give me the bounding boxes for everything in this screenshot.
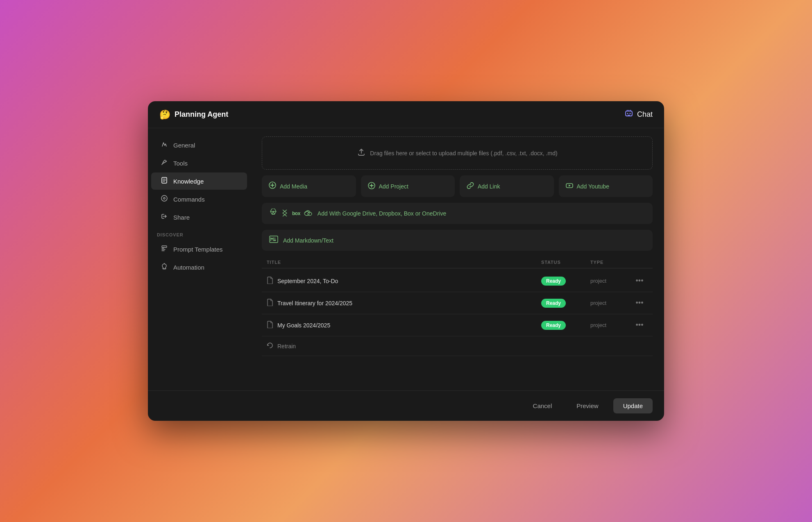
preview-button[interactable]: Preview — [567, 398, 608, 413]
sidebar-item-knowledge[interactable]: Knowledge — [151, 172, 247, 190]
retrain-row[interactable]: Retrain — [262, 336, 653, 356]
add-link-label: Add Link — [478, 183, 500, 190]
add-media-button[interactable]: Add Media — [262, 175, 356, 197]
svg-point-4 — [161, 195, 167, 201]
sidebar-item-commands[interactable]: Commands — [151, 191, 247, 208]
col-actions — [631, 260, 648, 265]
add-project-button[interactable]: Add Project — [361, 175, 455, 197]
col-status: STATUS — [541, 260, 590, 265]
google-drive-icon — [269, 209, 277, 218]
header-right[interactable]: Chat — [624, 109, 653, 120]
row-1-status: Ready — [541, 277, 590, 286]
chat-label: Chat — [637, 110, 653, 119]
svg-point-1 — [627, 113, 628, 114]
automation-label: Automation — [173, 264, 204, 271]
row-3-status: Ready — [541, 321, 590, 330]
knowledge-label: Knowledge — [173, 178, 204, 185]
main-content: Drag files here or select to upload mult… — [250, 128, 664, 390]
markdown-icon — [269, 236, 278, 245]
row-1-status-badge: Ready — [541, 277, 566, 286]
table-row[interactable]: My Goals 2024/2025 Ready project ••• — [262, 314, 653, 336]
row-3-title: My Goals 2024/2025 — [277, 322, 330, 329]
sidebar-item-prompt-templates[interactable]: Prompt Templates — [151, 241, 247, 258]
row-2-title-cell: Travel Itinerary for 2024/2025 — [267, 299, 541, 308]
retrain-icon — [267, 342, 273, 350]
svg-point-2 — [629, 113, 631, 114]
row-1-type: project — [590, 278, 631, 284]
general-icon — [160, 141, 168, 150]
share-label: Share — [173, 214, 190, 221]
retrain-label: Retrain — [277, 343, 296, 350]
commands-label: Commands — [173, 196, 205, 203]
prompt-templates-label: Prompt Templates — [173, 246, 223, 253]
add-buttons-row: Add Media Add Project — [262, 175, 653, 197]
row-1-more-button[interactable]: ••• — [631, 276, 648, 286]
onedrive-icon — [304, 209, 313, 218]
col-type: TYPE — [590, 260, 631, 265]
add-youtube-icon — [565, 182, 574, 191]
body: General Tools Knowledg — [148, 128, 664, 390]
footer: Cancel Preview Update — [148, 390, 664, 421]
row-2-title: Travel Itinerary for 2024/2025 — [277, 300, 352, 306]
sidebar-item-general[interactable]: General — [151, 136, 247, 154]
row-3-type: project — [590, 322, 631, 328]
table-header: TITLE STATUS TYPE — [262, 256, 653, 268]
share-icon — [160, 213, 168, 222]
add-project-icon — [367, 182, 376, 191]
upload-text: Drag files here or select to upload mult… — [370, 150, 557, 157]
app-title: Planning Agent — [175, 110, 228, 119]
row-1-title: September 2024, To-Do — [277, 278, 338, 284]
sidebar-item-tools[interactable]: Tools — [151, 154, 247, 172]
row-1-file-icon — [267, 277, 273, 286]
discover-section-label: DISCOVER — [148, 227, 250, 240]
row-2-file-icon — [267, 299, 273, 308]
knowledge-table: TITLE STATUS TYPE September — [262, 256, 653, 382]
add-media-icon — [268, 181, 277, 191]
cloud-services-label: Add With Google Drive, Dropbox, Box or O… — [318, 210, 446, 217]
knowledge-icon — [160, 177, 168, 186]
row-1-title-cell: September 2024, To-Do — [267, 277, 541, 286]
upload-icon — [357, 148, 366, 159]
app-window: 🤔 Planning Agent Chat — [148, 101, 664, 421]
row-2-status-badge: Ready — [541, 299, 566, 308]
add-link-icon — [466, 182, 474, 191]
box-icon: box — [292, 211, 300, 216]
row-2-status: Ready — [541, 299, 590, 308]
table-row[interactable]: Travel Itinerary for 2024/2025 Ready pro… — [262, 292, 653, 314]
prompt-templates-icon — [160, 245, 168, 254]
tools-icon — [160, 159, 168, 168]
markdown-label: Add Markdown/Text — [283, 237, 333, 244]
add-youtube-button[interactable]: Add Youtube — [559, 175, 653, 197]
sidebar-item-share[interactable]: Share — [151, 209, 247, 226]
svg-point-5 — [163, 197, 165, 199]
table-row[interactable]: September 2024, To-Do Ready project ••• — [262, 270, 653, 292]
row-2-more-button[interactable]: ••• — [631, 298, 648, 308]
header: 🤔 Planning Agent Chat — [148, 101, 664, 128]
cancel-button[interactable]: Cancel — [523, 398, 562, 413]
cloud-services-row[interactable]: box Add With Google Drive, Dropbox, Box … — [262, 203, 653, 224]
cloud-icons: box — [269, 209, 313, 218]
svg-point-9 — [304, 211, 309, 216]
tools-label: Tools — [173, 160, 188, 167]
add-link-button[interactable]: Add Link — [460, 175, 554, 197]
add-youtube-label: Add Youtube — [577, 183, 609, 190]
automation-icon — [160, 263, 168, 272]
app-emoji: 🤔 — [159, 109, 170, 120]
row-3-status-badge: Ready — [541, 321, 566, 330]
row-3-file-icon — [267, 321, 273, 330]
upload-area[interactable]: Drag files here or select to upload mult… — [262, 136, 653, 170]
sidebar-item-automation[interactable]: Automation — [151, 259, 247, 276]
row-3-title-cell: My Goals 2024/2025 — [267, 321, 541, 330]
markdown-row[interactable]: Add Markdown/Text — [262, 230, 653, 251]
add-media-label: Add Media — [280, 183, 307, 190]
col-title: TITLE — [267, 260, 541, 265]
commands-icon — [160, 195, 168, 204]
update-button[interactable]: Update — [613, 398, 653, 413]
row-3-more-button[interactable]: ••• — [631, 320, 648, 330]
header-left: 🤔 Planning Agent — [159, 109, 228, 120]
sidebar: General Tools Knowledg — [148, 128, 250, 390]
row-2-type: project — [590, 300, 631, 306]
general-label: General — [173, 142, 195, 149]
dropbox-icon — [281, 209, 289, 218]
chat-robot-icon — [624, 109, 634, 120]
